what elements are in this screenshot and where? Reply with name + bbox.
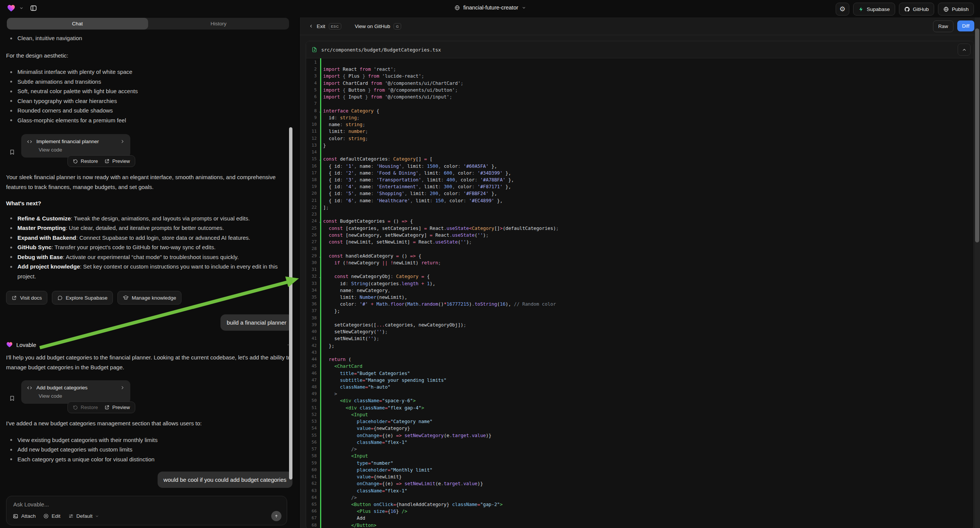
version-card-block: Add budget categoriesView codeRestorePre… <box>9 380 293 413</box>
list-item: Clean, intuitive navigation <box>6 33 293 43</box>
code-text: color: string; <box>317 135 974 142</box>
bullet-list: Minimalist interface with plenty of whit… <box>6 67 293 125</box>
raw-button[interactable]: Raw <box>933 21 953 32</box>
code-scrollbar-thumb[interactable] <box>975 29 979 242</box>
code-text: title="Budget Categories" <box>317 370 974 377</box>
send-button[interactable] <box>271 511 282 521</box>
code-line: 4import ChartCard from '@/components/ui/… <box>306 80 974 87</box>
sidebar-toggle-icon[interactable] <box>30 4 38 12</box>
line-number: 34 <box>306 287 317 294</box>
code-text: value={newLimit} <box>317 474 974 480</box>
edit-button[interactable]: Edit <box>43 513 60 519</box>
code-text: placeholder="Category name" <box>317 418 974 425</box>
line-number: 68 <box>306 522 317 528</box>
code-line: 51 <div className="flex gap-4"> <box>306 404 974 411</box>
line-number: 23 <box>306 211 317 218</box>
code-line: 59 type="number" <box>306 460 974 467</box>
list-item: Master Prompting: Use clear, detailed, a… <box>6 223 293 233</box>
code-line: 9 id: string; <box>306 115 974 121</box>
code-line: 49 > <box>306 391 974 397</box>
mode-selector[interactable]: Default <box>68 513 99 519</box>
list-item: Add project knowledge: Set key context o… <box>6 262 293 281</box>
code-text: limit: Number(newLimit), <box>317 294 974 301</box>
bubble-icon <box>57 295 63 301</box>
esc-keyboard-badge: ESC <box>329 23 341 30</box>
code-text: <Plus size={16} /> <box>317 508 974 515</box>
publish-globe-icon <box>943 6 949 12</box>
view-code-link[interactable]: View code <box>39 147 125 153</box>
code-line: 35 limit: Number(newLimit), <box>306 294 974 301</box>
line-number: 22 <box>306 204 317 211</box>
user-message-bubble: would be cool if you could add budget ca… <box>158 472 293 488</box>
explore-supabase-button[interactable]: Explore Supabase <box>52 291 113 305</box>
bookmark-icon[interactable] <box>9 383 15 413</box>
list-item: Each category gets a unique color for vi… <box>6 455 293 464</box>
line-number: 45 <box>306 363 317 370</box>
line-number: 3 <box>306 73 317 80</box>
code-line: 28 <box>306 245 974 252</box>
code-line: 21 { id: '6', name: 'Healthcare', limit:… <box>306 197 974 204</box>
code-text: id: string; <box>317 115 974 121</box>
code-line: 34 name: newCategory, <box>306 287 974 294</box>
code-text <box>317 149 974 156</box>
code-text: <div className="space-y-6"> <box>317 397 974 404</box>
github-button[interactable]: GitHub <box>899 3 934 16</box>
workspace-chevron-down-icon[interactable] <box>19 6 24 10</box>
publish-button[interactable]: Publish <box>938 3 974 16</box>
version-card[interactable]: Implement financial plannerView code <box>21 134 130 157</box>
list-item: Debug with Ease: Activate our experiment… <box>6 252 293 262</box>
line-number: 43 <box>306 349 317 356</box>
manage-knowledge-button[interactable]: Manage knowledge <box>118 291 181 305</box>
code-line: 68 </Button> <box>306 522 974 528</box>
exit-button[interactable]: Exit ESC <box>309 23 341 30</box>
code-line: 47 subtitle="Manage your spending limits… <box>306 377 974 384</box>
code-text: return ( <box>317 356 974 363</box>
view-on-github-button[interactable]: View on GitHub G <box>355 23 401 30</box>
visit-docs-button[interactable]: Visit docs <box>6 291 47 305</box>
g-keyboard-badge: G <box>394 23 401 30</box>
line-number: 25 <box>306 225 317 232</box>
settings-button[interactable]: ⚙ <box>836 3 849 16</box>
code-line: 56 className="flex-1" <box>306 439 974 446</box>
attach-button[interactable]: Attach <box>13 513 36 519</box>
version-card[interactable]: Add budget categoriesView code <box>21 380 130 404</box>
project-switcher[interactable]: financial-future-creator <box>454 5 526 11</box>
lovable-logo-icon[interactable] <box>7 4 16 13</box>
version-card-block: Implement financial plannerView codeRest… <box>9 134 293 167</box>
code-line: 64 /> <box>306 494 974 501</box>
code-line: 32⌄ const newCategoryObj: Category = { <box>306 273 974 280</box>
chat-scrollbar-thumb[interactable] <box>289 127 293 480</box>
code-line: 17 { id: '2', name: 'Food & Dining', lim… <box>306 170 974 177</box>
view-code-link[interactable]: View code <box>39 393 125 399</box>
tab-history[interactable]: History <box>148 18 290 30</box>
code-text: <Input <box>317 453 974 460</box>
code-listing[interactable]: 12import React from 'react';3import { Pl… <box>306 58 974 528</box>
list-item: Expand with Backend: Connect Supabase to… <box>6 233 293 243</box>
suggestion-chips: Visit docsExplore SupabaseManage knowled… <box>6 291 293 305</box>
prompt-input[interactable] <box>13 501 283 508</box>
supabase-button[interactable]: Supabase <box>853 3 895 16</box>
line-number: 42 <box>306 342 317 349</box>
file-path: src/components/budget/BudgetCategories.t… <box>321 47 441 52</box>
code-line: 24⌄const BudgetCategories = () => { <box>306 218 974 224</box>
preview-button[interactable]: Preview <box>104 404 130 410</box>
line-number: 28 <box>306 245 317 252</box>
restore-button[interactable]: Restore <box>73 158 98 164</box>
code-line: 50 <div className="space-y-6"> <box>306 397 974 404</box>
bookmark-icon[interactable] <box>9 137 15 167</box>
code-text: id: String(categories.length + 1), <box>317 280 974 287</box>
preview-button[interactable]: Preview <box>104 158 130 164</box>
restore-button[interactable]: Restore <box>73 404 98 410</box>
diff-button[interactable]: Diff <box>957 21 974 32</box>
line-number: 7 <box>306 100 317 107</box>
line-number: 11 <box>306 128 317 135</box>
code-text: /> <box>317 446 974 453</box>
code-text: const [categories, setCategories] = Reac… <box>317 225 974 232</box>
list-item: Add new budget categories with custom li… <box>6 445 293 455</box>
collapse-file-button[interactable] <box>958 44 970 56</box>
code-text: import ChartCard from '@/components/ui/C… <box>317 80 974 87</box>
code-text: className="h-auto" <box>317 384 974 391</box>
code-text: ]; <box>317 204 974 211</box>
tab-chat[interactable]: Chat <box>7 18 148 30</box>
line-number: 52 <box>306 411 317 418</box>
